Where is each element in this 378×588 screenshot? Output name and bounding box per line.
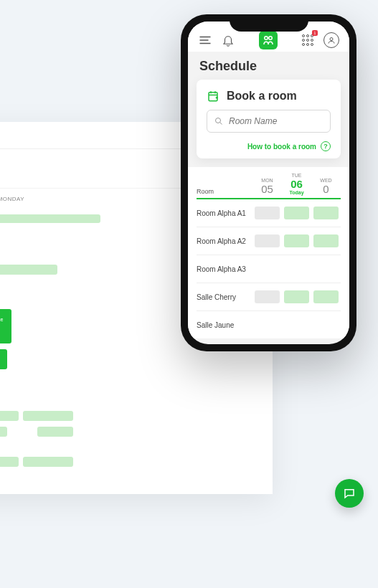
day-header: 09 MONDAY [0,193,24,204]
phone-frame: 1 Schedule Book a room [181,14,356,351]
how-to-book-link[interactable]: How to book a room ? [207,141,331,151]
room-slot[interactable] [284,234,309,247]
book-room-icon [207,90,219,103]
room-slot[interactable] [284,290,309,303]
phone-screen: 1 Schedule Book a room [188,22,349,344]
room-name: Salle Cherry [197,293,252,301]
app-logo-icon[interactable] [259,31,278,49]
room-slot[interactable] [313,318,339,331]
event-pill[interactable] [0,265,57,275]
event-pill[interactable] [23,411,73,421]
book-room-card: Book a room How to book a room ? [197,80,341,158]
room-slot[interactable] [313,234,339,247]
event-pill[interactable] [0,411,19,421]
room-row: Salle Cherry [197,283,341,311]
schedule-header: Schedule [188,52,349,80]
room-row: Room Alpha A3 [197,255,341,283]
room-slot[interactable] [313,207,339,219]
room-name-input[interactable] [229,116,323,126]
event-pill[interactable] [23,457,73,467]
room-search-field[interactable] [207,110,331,133]
room-slot[interactable] [284,318,309,331]
room-slot[interactable] [255,262,280,275]
day-column-header-active[interactable]: TUE 06 Today [282,173,311,195]
help-icon: ? [321,141,331,151]
event-block[interactable]: 14-16 Updates [0,349,7,369]
menu-icon[interactable] [198,33,212,47]
svg-point-14 [216,118,221,123]
chat-fab-button[interactable] [335,479,364,508]
apps-grid-icon[interactable]: 1 [301,33,315,47]
chat-icon [343,487,356,500]
event-pill[interactable] [0,214,100,223]
room-slot[interactable] [313,262,339,275]
event-pill[interactable] [37,427,73,437]
svg-rect-8 [209,93,217,101]
room-name: Salle Jaune [197,321,252,329]
room-slot[interactable] [313,290,339,303]
notification-badge: 1 [312,30,318,36]
book-room-title: Book a room [227,90,297,103]
room-slot[interactable] [255,290,280,303]
grid-header: Room MON 05 TUE 06 Today WED 0 [197,167,341,199]
event-pill[interactable] [0,457,19,467]
room-slot[interactable] [284,207,309,219]
room-row: Room Alpha A2 [197,227,341,255]
room-name: Room Alpha A2 [197,237,252,245]
page-title: Schedule [199,59,338,74]
event-pill[interactable] [0,427,7,437]
svg-point-7 [330,38,333,41]
room-slot[interactable] [255,234,280,247]
profile-avatar-icon[interactable] [323,32,339,48]
room-column-header: Room [197,188,252,195]
search-icon [214,117,223,125]
day-column-header[interactable]: WED 0 [311,178,341,195]
svg-line-15 [220,123,222,125]
room-name: Room Alpha A3 [197,265,252,273]
bell-icon[interactable] [221,33,235,47]
event-block[interactable]: 09-10 Weekly Pulse Meeting [0,309,11,343]
room-row: Salle Jaune [197,311,341,338]
room-schedule-grid: Room MON 05 TUE 06 Today WED 0 [188,167,349,338]
room-slot[interactable] [284,262,309,275]
room-slot[interactable] [255,207,280,219]
top-nav: 1 [188,22,349,52]
svg-point-6 [268,37,272,40]
room-slot[interactable] [255,318,280,331]
room-name: Room Alpha A1 [197,209,252,217]
svg-point-5 [264,37,268,40]
room-row: Room Alpha A1 [197,199,341,227]
day-column-header[interactable]: MON 05 [252,178,282,195]
